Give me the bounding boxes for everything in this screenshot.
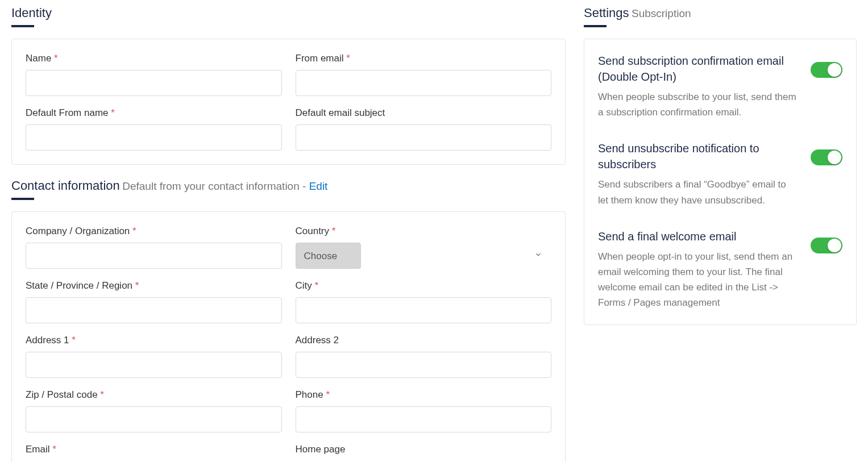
country-select[interactable]: Choose bbox=[296, 243, 361, 269]
state-label: State / Province / Region * bbox=[26, 280, 282, 292]
setting-desc: When people opt-in to your list, send th… bbox=[598, 249, 797, 311]
homepage-label: Home page bbox=[296, 444, 552, 455]
default-from-name-label: Default From name * bbox=[26, 107, 282, 119]
required-mark: * bbox=[315, 280, 319, 291]
from-email-input[interactable] bbox=[296, 70, 552, 96]
settings-title: Settings bbox=[584, 6, 629, 20]
name-input[interactable] bbox=[26, 70, 282, 96]
chevron-down-icon bbox=[534, 251, 542, 261]
required-mark: * bbox=[100, 389, 104, 400]
zip-label-text: Zip / Postal code bbox=[26, 389, 98, 400]
toggle-welcome-email[interactable] bbox=[811, 238, 842, 253]
address2-label-text: Address 2 bbox=[296, 335, 339, 346]
company-label: Company / Organization * bbox=[26, 226, 282, 237]
zip-label: Zip / Postal code * bbox=[26, 389, 282, 401]
state-input[interactable] bbox=[26, 297, 282, 323]
country-label: Country * bbox=[296, 226, 552, 237]
email-label: Email * bbox=[26, 444, 282, 455]
contact-subtitle: Default from your contact information - bbox=[122, 180, 309, 192]
toggle-double-optin[interactable] bbox=[811, 62, 842, 78]
toggle-unsubscribe-notification[interactable] bbox=[811, 149, 842, 165]
address1-input[interactable] bbox=[26, 352, 282, 378]
section-underline bbox=[584, 25, 607, 27]
setting-title: Send a final welcome email bbox=[598, 228, 797, 244]
zip-input[interactable] bbox=[26, 406, 282, 432]
address2-label: Address 2 bbox=[296, 335, 552, 346]
company-input[interactable] bbox=[26, 243, 282, 269]
settings-panel: Send subscription confirmation email (Do… bbox=[584, 39, 857, 325]
required-mark: * bbox=[132, 226, 136, 236]
from-email-label-text: From email bbox=[296, 53, 344, 64]
required-mark: * bbox=[54, 53, 58, 64]
default-email-subject-label: Default email subject bbox=[296, 107, 552, 119]
contact-edit-link[interactable]: Edit bbox=[309, 180, 328, 192]
toggle-knob bbox=[828, 151, 841, 164]
city-label-text: City bbox=[296, 280, 312, 291]
identity-title: Identity bbox=[11, 6, 52, 20]
contact-title: Contact information bbox=[11, 178, 120, 193]
section-underline bbox=[11, 25, 34, 27]
default-from-name-label-text: Default From name bbox=[26, 107, 109, 118]
default-email-subject-label-text: Default email subject bbox=[296, 107, 385, 118]
required-mark: * bbox=[72, 335, 76, 346]
identity-section-header: Identity bbox=[11, 6, 566, 27]
setting-title: Send unsubscribe notification to subscri… bbox=[598, 140, 797, 172]
setting-title: Send subscription confirmation email (Do… bbox=[598, 53, 797, 85]
city-label: City * bbox=[296, 280, 552, 292]
address1-label-text: Address 1 bbox=[26, 335, 69, 346]
settings-subtitle: Subscription bbox=[632, 7, 691, 19]
identity-panel: Name * From email * Default From nam bbox=[11, 39, 566, 165]
required-mark: * bbox=[326, 389, 330, 400]
state-label-text: State / Province / Region bbox=[26, 280, 132, 291]
phone-input[interactable] bbox=[296, 406, 552, 432]
setting-welcome-email: Send a final welcome email When people o… bbox=[598, 228, 842, 311]
address1-label: Address 1 * bbox=[26, 335, 282, 346]
email-label-text: Email bbox=[26, 444, 50, 455]
name-label-text: Name bbox=[26, 53, 51, 64]
required-mark: * bbox=[52, 444, 56, 455]
section-underline bbox=[11, 198, 34, 200]
setting-desc: Send subscribers a final “Goodbye” email… bbox=[598, 177, 797, 207]
country-label-text: Country bbox=[296, 226, 330, 236]
toggle-knob bbox=[828, 63, 841, 77]
company-label-text: Company / Organization bbox=[26, 226, 130, 236]
phone-label-text: Phone bbox=[296, 389, 323, 400]
contact-section-header: Contact information Default from your co… bbox=[11, 178, 566, 200]
contact-panel: Company / Organization * Country * Choos… bbox=[11, 211, 566, 462]
address2-input[interactable] bbox=[296, 352, 552, 378]
setting-desc: When people subscribe to your list, send… bbox=[598, 89, 797, 120]
from-email-label: From email * bbox=[296, 53, 552, 64]
required-mark: * bbox=[111, 107, 115, 118]
name-label: Name * bbox=[26, 53, 282, 64]
settings-section-header: Settings Subscription bbox=[584, 6, 857, 27]
required-mark: * bbox=[332, 226, 336, 236]
phone-label: Phone * bbox=[296, 389, 552, 401]
required-mark: * bbox=[135, 280, 139, 291]
setting-double-optin: Send subscription confirmation email (Do… bbox=[598, 53, 842, 120]
required-mark: * bbox=[346, 53, 350, 64]
toggle-knob bbox=[828, 239, 841, 252]
setting-unsubscribe-notification: Send unsubscribe notification to subscri… bbox=[598, 140, 842, 207]
default-from-name-input[interactable] bbox=[26, 124, 282, 151]
homepage-label-text: Home page bbox=[296, 444, 346, 455]
city-input[interactable] bbox=[296, 297, 552, 323]
default-email-subject-input[interactable] bbox=[296, 124, 552, 151]
